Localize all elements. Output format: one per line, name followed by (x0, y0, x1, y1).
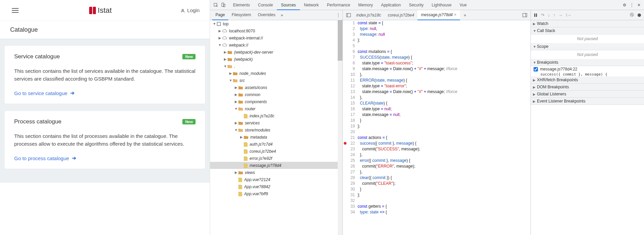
chevron-right-icon[interactable]: ▶ (234, 100, 238, 104)
nav-toggle-icon[interactable] (344, 12, 353, 18)
tree-item[interactable]: ▶common (210, 91, 342, 98)
breakpoint-gutter[interactable] (343, 20, 347, 26)
breakpoint-gutter[interactable] (343, 106, 347, 112)
tree-item[interactable]: auth.js?c7d4 (210, 141, 342, 148)
breakpoint-gutter[interactable] (343, 43, 347, 49)
code-line[interactable]: 20 (343, 129, 531, 135)
step-icon[interactable]: → (559, 13, 563, 18)
tree-item[interactable]: ▼store/modules (210, 126, 342, 134)
tree-item[interactable]: ▼router (210, 105, 342, 112)
breakpoint-gutter[interactable] (343, 49, 347, 55)
code-line[interactable]: 19}; (343, 123, 531, 129)
sub-tab-filesystem[interactable]: Filesystem (228, 10, 254, 20)
chevron-right-icon[interactable]: ▶ (234, 93, 238, 96)
file-tree[interactable]: ▼top▶localhost:8070▶webpack-internal://▼… (210, 20, 342, 235)
breakpoint-gutter[interactable] (343, 186, 347, 192)
breakpoint-gutter[interactable] (343, 152, 347, 158)
chevron-right-icon[interactable]: ▶ (218, 29, 222, 33)
breakpoint-gutter[interactable] (343, 175, 347, 181)
breakpoint-gutter[interactable] (343, 55, 347, 60)
deactivate-bp-icon[interactable]: ⁞→ (566, 13, 571, 18)
tree-item[interactable]: ▶views (210, 169, 342, 176)
section-xhr[interactable]: ▶XHR/fetch Breakpoints (531, 77, 644, 84)
tree-item[interactable]: ▶node_modules (210, 70, 342, 77)
pause-exceptions-icon[interactable] (637, 13, 641, 18)
breakpoint-gutter[interactable] (343, 118, 347, 123)
breakpoint-gutter[interactable] (343, 66, 347, 72)
chevron-down-icon[interactable]: ▼ (234, 128, 238, 132)
tree-item[interactable]: App.vue?bff9 (210, 190, 342, 197)
breakpoint-gutter[interactable] (343, 192, 347, 198)
breakpoint-checkbox[interactable] (534, 67, 538, 71)
code-line[interactable]: 6const mutations = { (343, 49, 531, 55)
code-line[interactable]: 24 }, (343, 152, 531, 158)
tree-item[interactable]: ▶(webpack) (210, 56, 342, 63)
code-line[interactable]: 10 }, (343, 72, 531, 78)
tree-item[interactable]: ▶(webpack)-dev-server (210, 49, 342, 56)
breakpoint-gutter[interactable] (343, 72, 347, 78)
sub-tab-page[interactable]: Page (212, 10, 228, 20)
section-global[interactable]: ▶Global Listeners (531, 91, 644, 98)
editor-tab[interactable]: index.js?a18c (353, 10, 384, 20)
tab-elements[interactable]: Elements (229, 0, 254, 10)
tree-item[interactable]: ▶services (210, 119, 342, 126)
chevron-down-icon[interactable]: ▼ (218, 43, 222, 47)
breakpoint-gutter[interactable] (343, 198, 347, 204)
tab-memory[interactable]: Memory (354, 0, 377, 10)
code-line[interactable]: 32 (343, 198, 531, 204)
chevron-right-icon[interactable]: ▶ (240, 135, 243, 139)
section-scope[interactable]: ▼Scope (531, 43, 644, 50)
tree-item[interactable]: index.js?a18c (210, 112, 342, 119)
chevron-right-icon[interactable]: » (281, 13, 283, 18)
editor-tab[interactable]: message.js?78d4× (417, 10, 460, 20)
code-line[interactable]: 12 state.type = "toast-error"; (343, 83, 531, 89)
tree-item[interactable]: App.vue?2124 (210, 176, 342, 183)
settings-icon[interactable]: ⚙ (623, 3, 626, 7)
tree-item[interactable]: ▼src (210, 77, 342, 84)
code-line[interactable]: 28 clear({ commit }) { (343, 175, 531, 181)
breakpoint-gutter[interactable] (343, 146, 347, 152)
scrollbar[interactable] (338, 20, 342, 235)
code-line[interactable]: 22 success({ commit }, message) { (343, 141, 531, 146)
chevron-down-icon[interactable]: ▼ (229, 79, 232, 82)
code-line[interactable]: 18 } (343, 118, 531, 123)
tab-security[interactable]: Security (405, 0, 428, 10)
chevron-down-icon[interactable]: ▼ (213, 22, 216, 26)
chevron-right-icon[interactable]: ▶ (234, 86, 238, 89)
chevron-right-icon[interactable]: ▶ (229, 71, 232, 75)
section-event[interactable]: ▶Event Listener Breakpoints (531, 98, 644, 105)
tree-item[interactable]: ▶components (210, 98, 342, 105)
tab-application[interactable]: Application (377, 0, 405, 10)
code-line[interactable]: 30 } (343, 186, 531, 192)
tree-item[interactable]: ▼webpack:// (210, 41, 342, 49)
close-icon[interactable]: × (454, 10, 457, 20)
code-editor[interactable]: 1const state = {2 type: null,3 message: … (343, 20, 531, 235)
close-icon[interactable]: ✕ (637, 3, 641, 7)
chevron-down-icon[interactable]: ▼ (224, 64, 227, 68)
tab-sources[interactable]: Sources (277, 0, 300, 10)
tree-item[interactable]: ▶localhost:8070 (210, 27, 342, 34)
card-link-process[interactable]: Go to process catalogue ➔ (14, 155, 196, 161)
more-icon[interactable]: ⋮ (336, 13, 340, 18)
breakpoint-gutter[interactable] (343, 204, 347, 209)
code-line[interactable]: 9 state.message = Date.now() + "#" + mes… (343, 66, 531, 72)
code-line[interactable]: 33const getters = { (343, 204, 531, 209)
breakpoint-gutter[interactable] (343, 112, 347, 118)
breakpoint-item[interactable]: message.js?78d4:22 (531, 66, 644, 72)
breakpoint-gutter[interactable] (343, 123, 347, 129)
tab-vue[interactable]: Vue (456, 0, 471, 10)
inspect-icon[interactable] (213, 2, 218, 7)
tree-item[interactable]: error.js?e92f (210, 155, 342, 162)
code-line[interactable]: 14 }, (343, 95, 531, 100)
code-line[interactable]: 25 error({ commit }, message) { (343, 158, 531, 164)
tab-performance[interactable]: Performance (323, 0, 354, 10)
code-line[interactable]: 21const actions = { (343, 135, 531, 141)
chevron-right-icon[interactable]: ▶ (234, 121, 238, 125)
breakpoint-gutter[interactable] (343, 169, 347, 175)
breakpoint-gutter[interactable] (343, 83, 347, 89)
breakpoint-gutter[interactable] (343, 89, 347, 95)
debugger-toggle-icon[interactable] (520, 12, 529, 18)
chevron-right-icon[interactable]: ▶ (234, 171, 238, 174)
code-line[interactable]: 15 CLEAR(state) { (343, 100, 531, 106)
code-line[interactable]: 17 state.message = null; (343, 112, 531, 118)
